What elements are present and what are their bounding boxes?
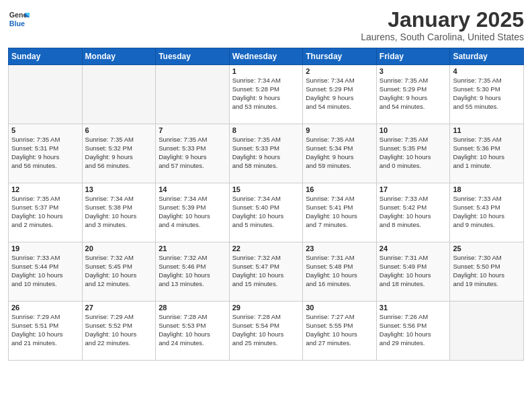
calendar-cell-w0d6: 4Sunrise: 7:35 AM Sunset: 5:30 PM Daylig…	[450, 65, 524, 124]
week-row-0: 1Sunrise: 7:34 AM Sunset: 5:28 PM Daylig…	[9, 65, 524, 124]
week-row-2: 12Sunrise: 7:35 AM Sunset: 5:37 PM Dayli…	[9, 183, 524, 242]
calendar-cell-w0d3: 1Sunrise: 7:34 AM Sunset: 5:28 PM Daylig…	[229, 65, 303, 124]
week-row-3: 19Sunrise: 7:33 AM Sunset: 5:44 PM Dayli…	[9, 242, 524, 302]
logo-icon: General Blue	[8, 8, 30, 30]
calendar-cell-w1d0: 5Sunrise: 7:35 AM Sunset: 5:31 PM Daylig…	[9, 124, 83, 183]
calendar-cell-w3d4: 23Sunrise: 7:31 AM Sunset: 5:48 PM Dayli…	[303, 242, 377, 302]
calendar-table: Sunday Monday Tuesday Wednesday Thursday…	[8, 48, 524, 361]
day-info: Sunrise: 7:33 AM Sunset: 5:44 PM Dayligh…	[11, 254, 79, 288]
day-info: Sunrise: 7:35 AM Sunset: 5:29 PM Dayligh…	[380, 77, 447, 111]
day-info: Sunrise: 7:33 AM Sunset: 5:43 PM Dayligh…	[453, 195, 521, 229]
day-info: Sunrise: 7:35 AM Sunset: 5:36 PM Dayligh…	[453, 136, 521, 170]
day-number: 10	[380, 126, 447, 134]
day-info: Sunrise: 7:35 AM Sunset: 5:31 PM Dayligh…	[11, 136, 79, 170]
calendar-cell-w2d2: 14Sunrise: 7:34 AM Sunset: 5:39 PM Dayli…	[156, 183, 230, 242]
calendar-cell-w2d0: 12Sunrise: 7:35 AM Sunset: 5:37 PM Dayli…	[9, 183, 83, 242]
calendar-cell-w3d0: 19Sunrise: 7:33 AM Sunset: 5:44 PM Dayli…	[9, 242, 83, 302]
calendar-cell-w2d5: 17Sunrise: 7:33 AM Sunset: 5:42 PM Dayli…	[376, 183, 450, 242]
day-number: 18	[453, 185, 521, 193]
day-info: Sunrise: 7:35 AM Sunset: 5:35 PM Dayligh…	[380, 136, 447, 170]
calendar-cell-w4d6	[450, 302, 524, 361]
day-number: 9	[306, 126, 373, 134]
calendar-cell-w1d3: 8Sunrise: 7:35 AM Sunset: 5:33 PM Daylig…	[229, 124, 303, 183]
day-info: Sunrise: 7:29 AM Sunset: 5:51 PM Dayligh…	[11, 313, 79, 347]
week-row-1: 5Sunrise: 7:35 AM Sunset: 5:31 PM Daylig…	[9, 124, 524, 183]
day-info: Sunrise: 7:32 AM Sunset: 5:46 PM Dayligh…	[159, 254, 226, 288]
day-info: Sunrise: 7:32 AM Sunset: 5:45 PM Dayligh…	[85, 254, 153, 288]
calendar-cell-w4d5: 31Sunrise: 7:26 AM Sunset: 5:56 PM Dayli…	[376, 302, 450, 361]
day-number: 17	[380, 185, 447, 193]
header-sunday: Sunday	[9, 48, 83, 65]
calendar-cell-w2d3: 15Sunrise: 7:34 AM Sunset: 5:40 PM Dayli…	[229, 183, 303, 242]
day-number: 7	[159, 126, 226, 134]
subtitle: Laurens, South Carolina, United States	[361, 32, 524, 42]
day-info: Sunrise: 7:34 AM Sunset: 5:38 PM Dayligh…	[85, 195, 153, 229]
day-number: 5	[11, 126, 79, 134]
calendar-cell-w4d2: 28Sunrise: 7:28 AM Sunset: 5:53 PM Dayli…	[156, 302, 230, 361]
svg-text:Blue: Blue	[9, 19, 25, 28]
calendar-cell-w1d6: 11Sunrise: 7:35 AM Sunset: 5:36 PM Dayli…	[450, 124, 524, 183]
day-number: 19	[11, 244, 79, 253]
day-number: 1	[232, 67, 300, 75]
calendar-cell-w4d3: 29Sunrise: 7:28 AM Sunset: 5:54 PM Dayli…	[229, 302, 303, 361]
header-monday: Monday	[82, 48, 156, 65]
calendar-cell-w0d1	[82, 65, 156, 124]
calendar-cell-w3d1: 20Sunrise: 7:32 AM Sunset: 5:45 PM Dayli…	[82, 242, 156, 302]
calendar-cell-w0d5: 3Sunrise: 7:35 AM Sunset: 5:29 PM Daylig…	[376, 65, 450, 124]
day-info: Sunrise: 7:34 AM Sunset: 5:41 PM Dayligh…	[306, 195, 373, 229]
day-number: 20	[85, 244, 153, 253]
day-info: Sunrise: 7:35 AM Sunset: 5:32 PM Dayligh…	[85, 136, 153, 170]
calendar-cell-w1d2: 7Sunrise: 7:35 AM Sunset: 5:33 PM Daylig…	[156, 124, 230, 183]
day-info: Sunrise: 7:35 AM Sunset: 5:33 PM Dayligh…	[159, 136, 226, 170]
calendar-cell-w4d0: 26Sunrise: 7:29 AM Sunset: 5:51 PM Dayli…	[9, 302, 83, 361]
day-number: 27	[85, 304, 153, 312]
calendar-cell-w3d5: 24Sunrise: 7:31 AM Sunset: 5:49 PM Dayli…	[376, 242, 450, 302]
day-number: 24	[380, 244, 447, 253]
day-number: 22	[232, 244, 300, 253]
day-info: Sunrise: 7:26 AM Sunset: 5:56 PM Dayligh…	[380, 313, 447, 347]
title-block: January 2025 Laurens, South Carolina, Un…	[361, 8, 524, 42]
day-number: 29	[232, 304, 300, 312]
header-tuesday: Tuesday	[156, 48, 230, 65]
day-number: 12	[11, 185, 79, 193]
day-info: Sunrise: 7:33 AM Sunset: 5:42 PM Dayligh…	[380, 195, 447, 229]
day-number: 16	[306, 185, 373, 193]
calendar-cell-w4d1: 27Sunrise: 7:29 AM Sunset: 5:52 PM Dayli…	[82, 302, 156, 361]
calendar-cell-w3d2: 21Sunrise: 7:32 AM Sunset: 5:46 PM Dayli…	[156, 242, 230, 302]
day-number: 31	[380, 304, 447, 312]
day-info: Sunrise: 7:35 AM Sunset: 5:34 PM Dayligh…	[306, 136, 373, 170]
day-info: Sunrise: 7:34 AM Sunset: 5:29 PM Dayligh…	[306, 77, 373, 111]
main-title: January 2025	[361, 8, 524, 32]
day-number: 8	[232, 126, 300, 134]
day-info: Sunrise: 7:35 AM Sunset: 5:30 PM Dayligh…	[453, 77, 521, 111]
day-info: Sunrise: 7:34 AM Sunset: 5:28 PM Dayligh…	[232, 77, 300, 111]
calendar-cell-w0d2	[156, 65, 230, 124]
day-info: Sunrise: 7:34 AM Sunset: 5:40 PM Dayligh…	[232, 195, 300, 229]
day-number: 23	[306, 244, 373, 253]
day-info: Sunrise: 7:35 AM Sunset: 5:37 PM Dayligh…	[11, 195, 79, 229]
day-number: 14	[159, 185, 226, 193]
day-info: Sunrise: 7:27 AM Sunset: 5:55 PM Dayligh…	[306, 313, 373, 347]
day-info: Sunrise: 7:35 AM Sunset: 5:33 PM Dayligh…	[232, 136, 300, 170]
calendar-cell-w3d6: 25Sunrise: 7:30 AM Sunset: 5:50 PM Dayli…	[450, 242, 524, 302]
day-number: 13	[85, 185, 153, 193]
logo: General Blue	[8, 8, 30, 30]
day-info: Sunrise: 7:31 AM Sunset: 5:49 PM Dayligh…	[380, 254, 447, 288]
calendar-cell-w3d3: 22Sunrise: 7:32 AM Sunset: 5:47 PM Dayli…	[229, 242, 303, 302]
calendar-cell-w1d4: 9Sunrise: 7:35 AM Sunset: 5:34 PM Daylig…	[303, 124, 377, 183]
header-saturday: Saturday	[450, 48, 524, 65]
day-number: 11	[453, 126, 521, 134]
day-number: 21	[159, 244, 226, 253]
header-thursday: Thursday	[303, 48, 377, 65]
header: General Blue January 2025 Laurens, South…	[8, 8, 524, 42]
day-number: 6	[85, 126, 153, 134]
calendar-cell-w1d1: 6Sunrise: 7:35 AM Sunset: 5:32 PM Daylig…	[82, 124, 156, 183]
header-wednesday: Wednesday	[229, 48, 303, 65]
day-number: 15	[232, 185, 300, 193]
day-info: Sunrise: 7:28 AM Sunset: 5:53 PM Dayligh…	[159, 313, 226, 347]
calendar-cell-w2d4: 16Sunrise: 7:34 AM Sunset: 5:41 PM Dayli…	[303, 183, 377, 242]
calendar-cell-w0d0	[9, 65, 83, 124]
header-friday: Friday	[376, 48, 450, 65]
day-info: Sunrise: 7:30 AM Sunset: 5:50 PM Dayligh…	[453, 254, 521, 288]
day-number: 26	[11, 304, 79, 312]
